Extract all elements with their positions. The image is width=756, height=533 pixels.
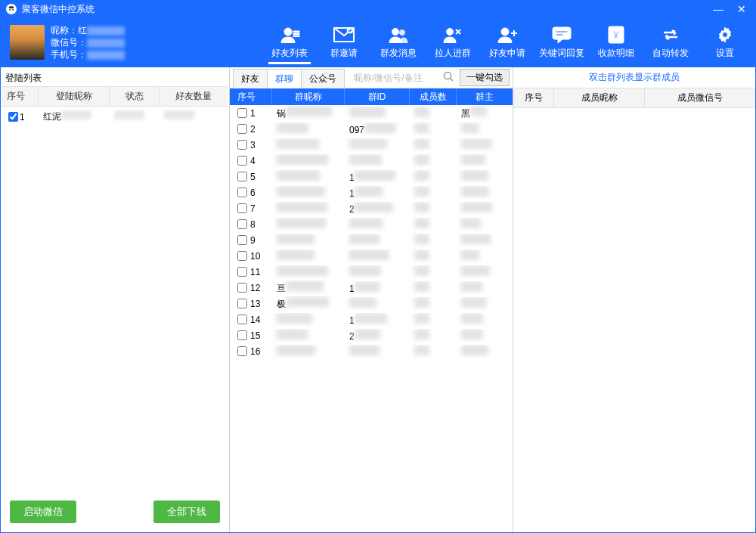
phone-label: 手机号：	[51, 49, 87, 60]
svg-point-11	[447, 28, 454, 35]
blurred-text	[355, 313, 387, 324]
id-frag: 1	[349, 188, 355, 199]
blurred-text	[461, 170, 488, 181]
minimize-button[interactable]: —	[713, 4, 723, 14]
row-checkbox[interactable]	[237, 219, 247, 229]
group-row[interactable]: 13极	[230, 296, 513, 311]
group-row[interactable]: 4	[230, 153, 513, 169]
row-checkbox[interactable]	[237, 140, 247, 150]
row-checkbox[interactable]	[237, 187, 247, 197]
seq-text: 8	[250, 219, 256, 230]
blurred-text	[461, 281, 482, 292]
blurred-text	[414, 202, 429, 212]
owner-frag: 黑	[461, 108, 470, 119]
group-row[interactable]: 16	[230, 343, 513, 359]
row-checkbox[interactable]	[237, 330, 247, 340]
repeat-icon	[660, 26, 681, 44]
nav-payment-detail[interactable]: ¥ 收款明细	[589, 21, 643, 64]
group-row[interactable]: 72	[230, 200, 513, 216]
blurred-text	[349, 249, 389, 260]
blurred-text	[277, 313, 312, 324]
blurred-text	[461, 202, 492, 212]
col-status: 状态	[110, 87, 160, 106]
col-name: 群昵称	[272, 88, 345, 105]
money-icon: ¥	[606, 26, 627, 44]
id-frag: 1	[349, 172, 355, 183]
blurred-text	[114, 110, 144, 119]
group-row[interactable]: 12亘1	[230, 280, 513, 296]
seq-text: 2	[250, 124, 256, 135]
nav-label: 好友申请	[489, 47, 525, 60]
group-row[interactable]: 152	[230, 327, 513, 343]
svg-point-10	[400, 29, 405, 35]
row-checkbox[interactable]	[237, 203, 247, 213]
all-offline-button[interactable]: 全部下线	[153, 500, 220, 523]
blurred-text	[349, 218, 383, 228]
row-checkbox[interactable]	[237, 235, 247, 245]
nav-label: 群发消息	[380, 47, 417, 60]
group-row[interactable]: 61	[230, 184, 513, 200]
nav-auto-forward[interactable]: 自动转发	[643, 21, 698, 64]
row-checkbox[interactable]	[237, 172, 247, 181]
svg-rect-13	[553, 27, 571, 39]
blurred-text	[349, 154, 382, 165]
blurred-text	[461, 345, 488, 355]
blurred-text	[414, 170, 429, 181]
nav-settings[interactable]: 设置	[698, 21, 752, 64]
tab-groups[interactable]: 群聊	[268, 69, 302, 88]
tab-friends[interactable]: 好友	[233, 69, 268, 88]
group-row[interactable]: 3	[230, 137, 513, 153]
group-row[interactable]: 9	[230, 232, 513, 248]
blurred-text	[414, 249, 429, 260]
blurred-text	[277, 234, 314, 244]
search-icon[interactable]	[443, 71, 454, 85]
tab-official[interactable]: 公众号	[302, 69, 345, 88]
group-row[interactable]: 10	[230, 248, 513, 264]
nav-pull-group[interactable]: 拉人进群	[426, 21, 480, 64]
search-input[interactable]	[351, 70, 457, 86]
row-checkbox[interactable]	[237, 108, 247, 118]
seq-text: 1	[20, 112, 25, 122]
group-table: 序号 群昵称 群ID 成员数 群主 1锅黑2097345161728910111…	[230, 88, 513, 532]
row-checkbox[interactable]	[237, 251, 247, 261]
col-nick: 成员昵称	[554, 88, 645, 107]
group-row[interactable]: 141	[230, 311, 513, 327]
nav-group-invite[interactable]: 群邀请	[317, 21, 371, 64]
row-checkbox[interactable]	[237, 299, 247, 308]
group-row[interactable]: 1锅黑	[230, 105, 513, 121]
col-seq: 序号	[230, 88, 272, 105]
nav-mass-msg[interactable]: 群发消息	[371, 21, 426, 64]
start-wechat-button[interactable]: 启动微信	[10, 500, 76, 523]
row-checkbox[interactable]	[237, 156, 247, 166]
col-seq: 序号	[2, 87, 39, 106]
group-row[interactable]: 2097	[230, 121, 513, 137]
blurred-text	[355, 186, 383, 197]
right-panel: 双击群列表显示群成员 序号 成员昵称 成员微信号	[513, 67, 755, 532]
row-checkbox[interactable]	[237, 346, 247, 356]
row-checkbox[interactable]	[237, 124, 247, 134]
blurred-text	[277, 249, 314, 260]
nav-friend-apply[interactable]: 好友申请	[480, 21, 534, 64]
nav-label: 收款明细	[598, 47, 634, 60]
row-checkbox[interactable]	[237, 267, 247, 277]
nav-friend-list[interactable]: 好友列表	[262, 21, 317, 64]
main-area: 登陆列表 序号 登陆昵称 状态 好友数量 1 红泥 启动微信 全部下线 好友 群…	[1, 67, 755, 532]
close-button[interactable]: ✕	[737, 4, 746, 14]
group-row[interactable]: 8	[230, 216, 513, 232]
row-checkbox[interactable]	[8, 112, 18, 122]
login-row[interactable]: 1 红泥	[2, 107, 228, 127]
select-all-button[interactable]: 一键勾选	[460, 69, 510, 86]
svg-rect-6	[293, 36, 299, 37]
gear-icon	[714, 26, 736, 44]
name-frag: 亘	[277, 283, 286, 293]
group-row[interactable]: 51	[230, 169, 513, 184]
blurred-text	[461, 313, 483, 324]
login-table: 序号 登陆昵称 状态 好友数量 1 红泥	[2, 87, 228, 493]
row-checkbox[interactable]	[237, 283, 247, 293]
nav-keyword-reply[interactable]: 关键词回复	[534, 21, 589, 64]
blurred-text	[461, 218, 481, 228]
blurred-text	[277, 170, 320, 181]
group-row[interactable]: 11	[230, 264, 513, 280]
row-checkbox[interactable]	[237, 315, 247, 324]
blurred-text	[414, 138, 429, 149]
